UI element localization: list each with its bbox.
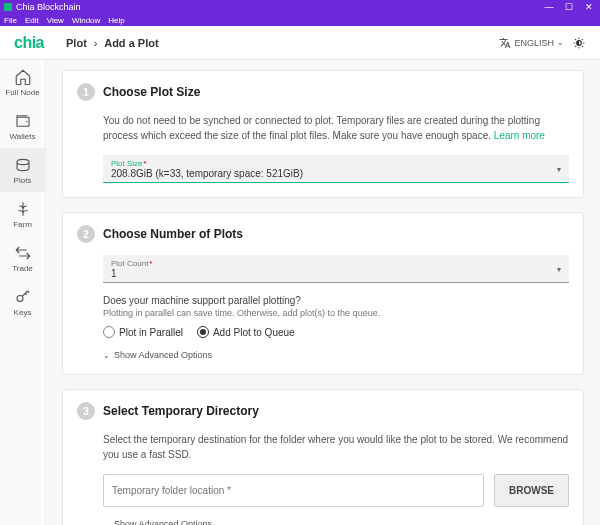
sidebar-item-fullnode[interactable]: Full Node: [0, 60, 45, 104]
advanced-label: Show Advanced Options: [114, 350, 212, 360]
logo: chia: [14, 34, 44, 52]
step-number: 3: [77, 402, 95, 420]
window-title: Chia Blockchain: [16, 2, 81, 12]
select-value: 1: [111, 268, 561, 279]
sidebar-item-farm[interactable]: Farm: [0, 192, 45, 236]
sidebar-item-label: Farm: [13, 220, 32, 229]
window-titlebar: Chia Blockchain — ☐ ✕: [0, 0, 600, 14]
theme-toggle-icon[interactable]: [572, 36, 586, 50]
step-number: 2: [77, 225, 95, 243]
wallet-icon: [14, 112, 32, 130]
sidebar-item-label: Plots: [14, 176, 32, 185]
translate-icon: [499, 37, 511, 49]
breadcrumb: Plot › Add a Plot: [66, 37, 159, 49]
home-icon: [14, 68, 32, 86]
radio-label: Add Plot to Queue: [213, 327, 295, 338]
required-mark: *: [149, 259, 152, 268]
sidebar-item-label: Full Node: [5, 88, 39, 97]
step-card-temp-dir: 3 Select Temporary Directory Select the …: [62, 389, 584, 525]
radio-plot-parallel[interactable]: Plot in Parallel: [103, 326, 183, 338]
browse-button[interactable]: BROWSE: [494, 474, 569, 507]
menu-window[interactable]: Window: [72, 16, 100, 25]
learn-more-link[interactable]: Learn more: [494, 130, 545, 141]
chevron-down-icon: ⌄: [557, 38, 564, 47]
radio-unchecked-icon: [103, 326, 115, 338]
step-title: Choose Number of Plots: [103, 227, 243, 241]
app-icon: [4, 3, 12, 11]
sidebar-item-keys[interactable]: Keys: [0, 280, 45, 324]
sidebar-item-label: Keys: [14, 308, 32, 317]
radio-checked-icon: [197, 326, 209, 338]
select-label: Plot Count: [111, 259, 148, 268]
temp-folder-input[interactable]: [103, 474, 484, 507]
advanced-label: Show Advanced Options: [114, 519, 212, 525]
menu-file[interactable]: File: [4, 16, 17, 25]
advanced-options-toggle[interactable]: ⌄ Show Advanced Options: [103, 519, 569, 525]
radio-label: Plot in Parallel: [119, 327, 183, 338]
sidebar: Full Node Wallets Plots Farm Trade Keys: [0, 60, 46, 525]
farm-icon: [14, 200, 32, 218]
sidebar-item-plots[interactable]: Plots: [0, 148, 45, 192]
minimize-button[interactable]: —: [544, 2, 554, 12]
menu-edit[interactable]: Edit: [25, 16, 39, 25]
breadcrumb-root[interactable]: Plot: [66, 37, 87, 49]
chevron-down-icon: ▾: [557, 164, 561, 173]
step-number: 1: [77, 83, 95, 101]
help-text: You do not need to be synched or connect…: [103, 113, 569, 143]
required-mark: *: [144, 159, 147, 168]
trade-icon: [14, 244, 32, 262]
radio-add-to-queue[interactable]: Add Plot to Queue: [197, 326, 295, 338]
select-value: 208.8GiB (k=33, temporary space: 521GiB): [111, 168, 561, 179]
parallel-question: Does your machine support parallel plott…: [103, 295, 569, 306]
language-label: ENGLISH: [514, 38, 554, 48]
sidebar-item-trade[interactable]: Trade: [0, 236, 45, 280]
language-selector[interactable]: ENGLISH ⌄: [499, 37, 564, 49]
svg-point-0: [17, 295, 23, 301]
sidebar-item-wallets[interactable]: Wallets: [0, 104, 45, 148]
key-icon: [14, 288, 32, 306]
step-title: Choose Plot Size: [103, 85, 200, 99]
chevron-down-icon: ▾: [557, 264, 561, 273]
close-window-button[interactable]: ✕: [584, 2, 594, 12]
menubar: File Edit View Window Help: [0, 14, 600, 26]
chevron-down-icon: ⌄: [103, 351, 110, 360]
menu-help[interactable]: Help: [108, 16, 124, 25]
plot-count-select[interactable]: Plot Count* 1 ▾: [103, 255, 569, 283]
breadcrumb-sep: ›: [94, 37, 98, 49]
step-card-plot-size: 1 Choose Plot Size You do not need to be…: [62, 70, 584, 198]
parallel-help: Plotting in parallel can save time. Othe…: [103, 308, 569, 318]
maximize-button[interactable]: ☐: [564, 2, 574, 12]
sidebar-item-label: Trade: [12, 264, 33, 273]
help-text: Select the temporary destination for the…: [103, 432, 569, 462]
select-label: Plot Size: [111, 159, 143, 168]
step-card-plot-count: 2 Choose Number of Plots Plot Count* 1 ▾…: [62, 212, 584, 375]
sidebar-item-label: Wallets: [10, 132, 36, 141]
menu-view[interactable]: View: [47, 16, 64, 25]
step-title: Select Temporary Directory: [103, 404, 259, 418]
plot-size-select[interactable]: Plot Size* 208.8GiB (k=33, temporary spa…: [103, 155, 569, 183]
disk-icon: [14, 156, 32, 174]
advanced-options-toggle[interactable]: ⌄ Show Advanced Options: [103, 350, 569, 360]
app-header: chia Plot › Add a Plot ENGLISH ⌄: [0, 26, 600, 60]
chevron-down-icon: ⌄: [103, 520, 110, 526]
breadcrumb-current: Add a Plot: [104, 37, 158, 49]
main-content: 1 Choose Plot Size You do not need to be…: [46, 60, 600, 525]
